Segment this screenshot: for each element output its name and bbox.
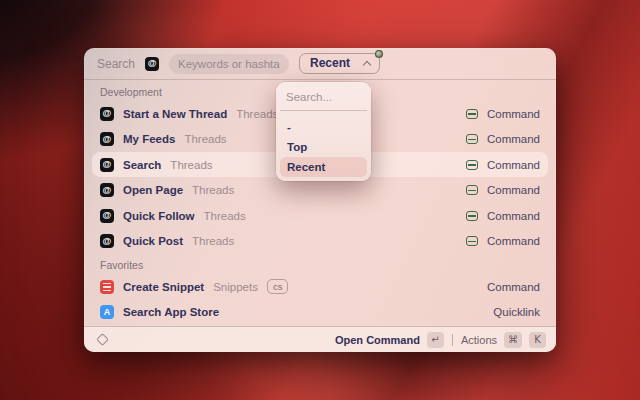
topbar: Search Recent bbox=[84, 48, 556, 80]
command-palette-window: Search Recent Development Start a New Th… bbox=[84, 48, 556, 352]
chevron-up-icon bbox=[363, 60, 371, 68]
item-title: Search App Store bbox=[123, 306, 219, 318]
list-item[interactable]: Create Snippet Snippets cs Command bbox=[84, 274, 556, 300]
command-bar-icon bbox=[466, 134, 478, 144]
threads-icon bbox=[100, 183, 114, 197]
snippets-icon bbox=[100, 280, 114, 294]
item-title: Open Page bbox=[123, 184, 183, 196]
open-command-button[interactable]: Open Command bbox=[335, 334, 420, 346]
list-item[interactable]: Quick Follow Threads Command bbox=[84, 203, 556, 229]
list-item[interactable]: Open Page Threads Command bbox=[84, 178, 556, 204]
return-key-badge: ↵ bbox=[427, 332, 444, 348]
raycast-logo-icon bbox=[96, 333, 109, 346]
threads-icon bbox=[100, 158, 114, 172]
item-title: Create Snippet bbox=[123, 281, 204, 293]
notification-dot bbox=[375, 50, 383, 58]
item-type-label: Command bbox=[487, 108, 540, 120]
item-title: Search bbox=[123, 159, 161, 171]
threads-icon bbox=[100, 234, 114, 248]
statusbar-actions: Open Command ↵ Actions ⌘ K bbox=[335, 332, 546, 348]
dropdown-item[interactable]: Top bbox=[280, 137, 367, 157]
command-key-badge: ⌘ bbox=[504, 332, 522, 348]
command-bar-icon bbox=[466, 236, 478, 246]
command-bar-icon bbox=[466, 109, 478, 119]
dropdown-items: -TopRecent bbox=[280, 117, 367, 177]
dropdown-item[interactable]: - bbox=[280, 117, 367, 137]
search-input[interactable] bbox=[169, 54, 289, 74]
sort-dropdown-value: Recent bbox=[310, 56, 350, 70]
section-header: Favorites bbox=[84, 254, 556, 274]
item-type-label: Command bbox=[487, 159, 540, 171]
item-title: My Feeds bbox=[123, 133, 175, 145]
threads-icon bbox=[100, 132, 114, 146]
k-key-badge: K bbox=[529, 332, 546, 348]
topbar-context-label: Search bbox=[97, 57, 135, 71]
item-subtitle: Threads bbox=[236, 108, 278, 120]
command-bar-icon bbox=[466, 160, 478, 170]
command-bar-icon bbox=[466, 185, 478, 195]
list-item[interactable]: Search App Store Quicklink bbox=[84, 300, 556, 326]
dropdown-search-input[interactable] bbox=[280, 86, 367, 111]
item-title: Quick Post bbox=[123, 235, 183, 247]
appstore-icon bbox=[100, 305, 114, 319]
status-bar: Open Command ↵ Actions ⌘ K bbox=[84, 326, 556, 352]
sort-dropdown-menu: -TopRecent bbox=[276, 82, 371, 181]
statusbar-divider bbox=[452, 334, 453, 346]
item-subtitle: Snippets bbox=[213, 281, 258, 293]
item-subtitle: Threads bbox=[184, 133, 226, 145]
item-type-label: Command bbox=[487, 210, 540, 222]
item-alias-badge: cs bbox=[267, 279, 289, 294]
item-subtitle: Threads bbox=[170, 159, 212, 171]
threads-icon bbox=[145, 57, 159, 71]
actions-button[interactable]: Actions bbox=[461, 334, 497, 346]
item-subtitle: Threads bbox=[192, 184, 234, 196]
desktop-wallpaper: Search Recent Development Start a New Th… bbox=[0, 0, 640, 400]
dropdown-item[interactable]: Recent bbox=[280, 157, 367, 177]
item-type-label: Command bbox=[487, 184, 540, 196]
item-type-label: Command bbox=[487, 235, 540, 247]
list-item[interactable]: Quick Post Threads Command bbox=[84, 229, 556, 255]
item-subtitle: Threads bbox=[204, 210, 246, 222]
threads-icon bbox=[100, 107, 114, 121]
item-title: Quick Follow bbox=[123, 210, 195, 222]
item-title: Start a New Thread bbox=[123, 108, 227, 120]
command-bar-icon bbox=[466, 211, 478, 221]
threads-icon bbox=[100, 209, 114, 223]
item-type-label: Command bbox=[487, 133, 540, 145]
sort-dropdown-button[interactable]: Recent bbox=[299, 53, 380, 74]
item-type-label: Quicklink bbox=[493, 306, 540, 318]
item-type-label: Command bbox=[487, 281, 540, 293]
item-subtitle: Threads bbox=[192, 235, 234, 247]
